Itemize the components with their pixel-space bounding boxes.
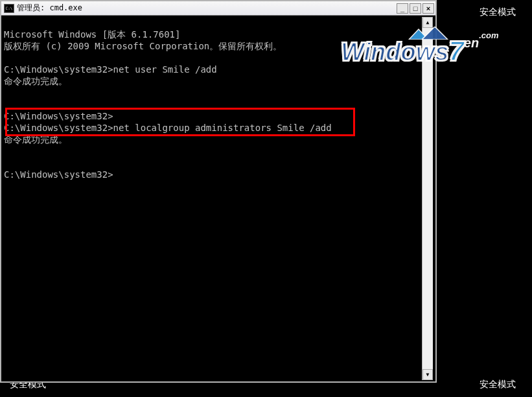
terminal-line: 版权所有 (c) 2009 Microsoft Corporation。保留所有… [4,41,282,51]
cmd-icon [4,4,14,13]
terminal-body: Microsoft Windows [版本 6.1.7601] 版权所有 (c)… [1,16,435,381]
window-title: 管理员: cmd.exe [17,3,397,14]
scroll-up-button[interactable]: ▲ [422,17,433,28]
terminal-output[interactable]: Microsoft Windows [版本 6.1.7601] 版权所有 (c)… [4,17,422,380]
window-titlebar[interactable]: 管理员: cmd.exe _ □ × [1,1,435,16]
terminal-line: C:\Windows\system32>net user Smile /add [4,64,217,75]
maximize-button[interactable]: □ [410,3,421,14]
close-button[interactable]: × [422,3,434,14]
command-prompt-window: 管理员: cmd.exe _ □ × Microsoft Windows [版本… [0,0,437,383]
vertical-scrollbar[interactable]: ▲ ▼ [422,17,433,380]
minimize-button[interactable]: _ [397,3,408,14]
window-controls: _ □ × [397,3,435,14]
terminal-line: 命令成功完成。 [4,76,67,86]
scroll-down-button[interactable]: ▼ [422,369,433,380]
terminal-line: Microsoft Windows [版本 6.1.7601] [4,29,180,40]
scroll-track[interactable] [422,28,433,369]
terminal-line: C:\Windows\system32> [4,169,113,180]
terminal-line: C:\Windows\system32> [4,111,113,121]
terminal-line: 命令成功完成。 [4,134,67,145]
safe-mode-label-bottom: 安全模式 [480,379,516,391]
terminal-line: C:\Windows\system32>net localgroup admin… [4,123,332,133]
safe-mode-label-top: 安全模式 [480,6,516,18]
